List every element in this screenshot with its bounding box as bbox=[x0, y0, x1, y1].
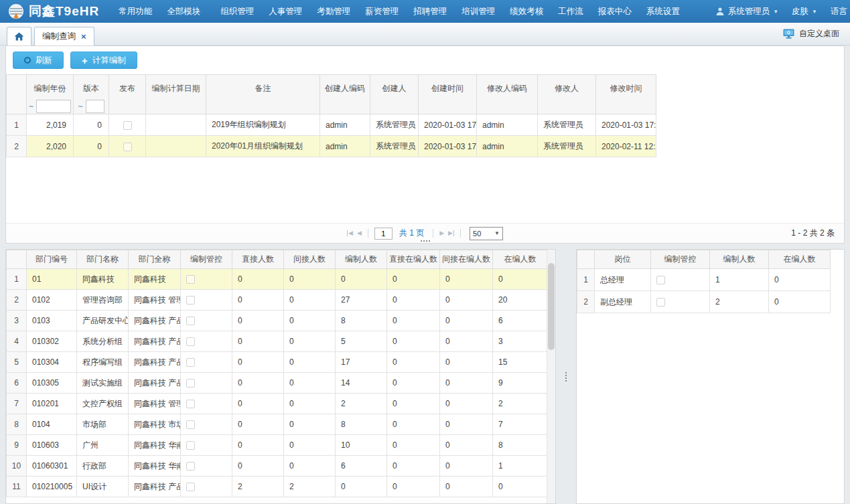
publish-checkbox[interactable] bbox=[123, 143, 132, 151]
quota-control-checkbox[interactable] bbox=[186, 379, 195, 388]
col-header-quota-control: 编制管控 bbox=[651, 250, 710, 269]
quota-control-checkbox[interactable] bbox=[186, 275, 195, 284]
refresh-button[interactable]: 刷新 bbox=[13, 52, 64, 69]
user-menu[interactable]: 系统管理员 ▼ bbox=[715, 6, 778, 17]
post-table: 岗位 编制管控 编制人数 在编人数 1 总经理 1 0 bbox=[577, 250, 831, 313]
table-row[interactable]: 11 010210005 UI设计 同鑫科技 产品研发中心 2 2 0 0 0 … bbox=[7, 477, 548, 497]
custom-desktop-button[interactable]: 自定义桌面 bbox=[783, 28, 839, 39]
vertical-splitter-handle[interactable] bbox=[565, 372, 567, 382]
table-row[interactable]: 1 2,019 0 2019年组织编制规划 admin 系统管理员 2020-0… bbox=[7, 114, 656, 136]
nav-menu-item[interactable]: 招聘管理 bbox=[406, 0, 454, 23]
page-number-input[interactable] bbox=[374, 228, 393, 240]
nav-menu-item[interactable]: 系统设置 bbox=[639, 0, 687, 23]
quota-control-checkbox[interactable] bbox=[656, 298, 665, 307]
language-label: 语言 bbox=[831, 6, 847, 17]
quota-control-checkbox[interactable] bbox=[186, 462, 195, 471]
indirect-count-cell: 0 bbox=[284, 269, 336, 290]
col-header-direct-count: 直接人数 bbox=[232, 250, 284, 269]
dept-code-cell: 010305 bbox=[27, 373, 77, 394]
quota-control-checkbox[interactable] bbox=[186, 441, 195, 450]
spacer bbox=[6, 157, 844, 223]
col-header-creator: 创建人 bbox=[370, 75, 419, 114]
quota-control-checkbox[interactable] bbox=[656, 276, 665, 284]
range-symbol: ~ bbox=[78, 102, 82, 111]
table-row[interactable]: 7 010201 文控产权组 同鑫科技 管理咨询部 0 0 2 0 0 2 bbox=[7, 394, 548, 414]
quota-count-cell: 10 bbox=[336, 435, 387, 456]
onboard-count-cell: 20 bbox=[493, 290, 548, 311]
quota-control-checkbox[interactable] bbox=[186, 420, 195, 429]
quota-control-cell bbox=[181, 311, 232, 331]
page-size-select[interactable]: 50 ▼ bbox=[470, 227, 503, 240]
nav-menu-item[interactable]: 工作流 bbox=[551, 0, 591, 23]
nav-menu-item[interactable]: 报表中心 bbox=[591, 0, 639, 23]
quota-control-checkbox[interactable] bbox=[186, 400, 195, 408]
department-table: 部门编号 部门名称 部门全称 编制管控 直接人数 间接人数 编制人数 直接在编人… bbox=[6, 250, 548, 497]
nav-menu-item[interactable]: 薪资管理 bbox=[358, 0, 406, 23]
tab-home[interactable] bbox=[7, 27, 31, 46]
next-page-icon[interactable]: ▶ bbox=[439, 230, 444, 236]
table-row[interactable]: 6 010305 测试实施组 同鑫科技 产品研发中心 0 0 14 0 0 9 bbox=[7, 373, 548, 394]
row-number-header bbox=[7, 75, 27, 114]
prev-page-icon[interactable]: ◀ bbox=[357, 230, 362, 236]
table-row[interactable]: 1 总经理 1 0 bbox=[577, 269, 831, 291]
quota-control-checkbox[interactable] bbox=[186, 483, 195, 491]
skin-menu[interactable]: 皮肤 ▼ bbox=[792, 6, 817, 17]
vertical-scrollbar[interactable] bbox=[547, 250, 555, 503]
first-page-icon[interactable]: ◀ bbox=[347, 230, 353, 236]
quota-control-cell bbox=[181, 269, 232, 290]
dept-fullname-cell: 同鑫科技 bbox=[129, 269, 181, 290]
nav-menu-item[interactable]: 常用功能 bbox=[111, 0, 159, 23]
quota-control-checkbox[interactable] bbox=[186, 358, 195, 367]
remark-cell: 2020年01月组织编制规划 bbox=[206, 136, 320, 157]
publish-cell bbox=[109, 136, 146, 157]
dept-name-cell: 行政部 bbox=[77, 456, 129, 477]
quota-control-checkbox[interactable] bbox=[186, 296, 195, 305]
creator-code-cell: admin bbox=[320, 136, 370, 157]
created-cell: 2020-01-03 17:51:5 bbox=[419, 136, 477, 157]
close-icon[interactable]: × bbox=[81, 32, 86, 41]
table-row[interactable]: 1 01 同鑫科技 同鑫科技 0 0 0 0 0 0 bbox=[7, 269, 548, 290]
publish-checkbox[interactable] bbox=[123, 121, 132, 130]
refresh-label: 刷新 bbox=[36, 55, 52, 66]
monitor-icon bbox=[783, 29, 794, 39]
table-row[interactable]: 2 2,020 0 2020年01月组织编制规划 admin 系统管理员 202… bbox=[7, 136, 656, 157]
indirect-count-cell: 0 bbox=[284, 435, 336, 456]
department-panel: 部门编号 部门名称 部门全称 编制管控 直接人数 间接人数 编制人数 直接在编人… bbox=[5, 249, 556, 504]
onboard-count-cell: 9 bbox=[493, 373, 548, 394]
quota-control-cell bbox=[181, 435, 232, 456]
caret-down-icon: ▼ bbox=[773, 9, 778, 15]
nav-menu-item[interactable]: 全部模块 bbox=[159, 0, 208, 23]
indirect-count-cell: 0 bbox=[284, 331, 336, 352]
nav-menu-item[interactable]: 组织管理 bbox=[213, 0, 261, 23]
quota-control-checkbox[interactable] bbox=[186, 317, 195, 325]
table-row[interactable]: 5 010304 程序编写组 同鑫科技 产品研发中心 0 0 17 0 0 15 bbox=[7, 352, 548, 373]
horizontal-splitter-handle[interactable] bbox=[421, 240, 430, 242]
quota-control-checkbox[interactable] bbox=[186, 337, 195, 346]
direct-count-cell: 0 bbox=[232, 352, 284, 373]
custom-desktop-label: 自定义桌面 bbox=[799, 28, 839, 39]
year-filter-input[interactable] bbox=[36, 100, 71, 113]
table-row[interactable]: 8 0104 市场部 同鑫科技 市场部 0 0 8 0 0 7 bbox=[7, 414, 548, 435]
table-row[interactable]: 4 010302 系统分析组 同鑫科技 产品研发中心 0 0 5 0 0 3 bbox=[7, 331, 548, 352]
nav-menu-item[interactable]: 培训管理 bbox=[454, 0, 502, 23]
nav-menu-item[interactable]: 考勤管理 bbox=[309, 0, 358, 23]
table-row[interactable]: 9 010603 广州 同鑫科技 华南基地 0 0 10 0 0 8 bbox=[7, 435, 548, 456]
table-row[interactable]: 2 副总经理 2 0 bbox=[577, 291, 831, 313]
table-row[interactable]: 2 0102 管理咨询部 同鑫科技 管理咨询部 0 0 27 0 0 20 bbox=[7, 290, 548, 311]
language-menu[interactable]: 语言 ▼ bbox=[831, 6, 850, 17]
post-cell: 总经理 bbox=[595, 269, 651, 291]
table-row[interactable]: 10 01060301 行政部 同鑫科技 华南基地 0 0 6 0 0 1 bbox=[7, 456, 548, 477]
onboard-count-cell: 8 bbox=[493, 435, 548, 456]
nav-menu-item[interactable]: 绩效考核 bbox=[502, 0, 551, 23]
version-filter-input[interactable] bbox=[86, 100, 104, 113]
caret-down-icon: ▼ bbox=[812, 9, 817, 15]
row-number: 1 bbox=[7, 269, 27, 290]
onboard-count-cell: 6 bbox=[493, 311, 548, 331]
scrollbar-thumb[interactable] bbox=[548, 263, 555, 350]
nav-menu-item[interactable]: 人事管理 bbox=[261, 0, 309, 23]
table-row[interactable]: 3 0103 产品研发中心 同鑫科技 产品研发中心 0 0 8 0 0 6 bbox=[7, 311, 548, 331]
last-page-icon[interactable]: ▶ bbox=[448, 230, 454, 236]
tab-active[interactable]: 编制查询 × bbox=[34, 27, 94, 46]
calculate-button[interactable]: + 计算编制 bbox=[70, 52, 137, 69]
dept-code-cell: 01 bbox=[27, 269, 77, 290]
